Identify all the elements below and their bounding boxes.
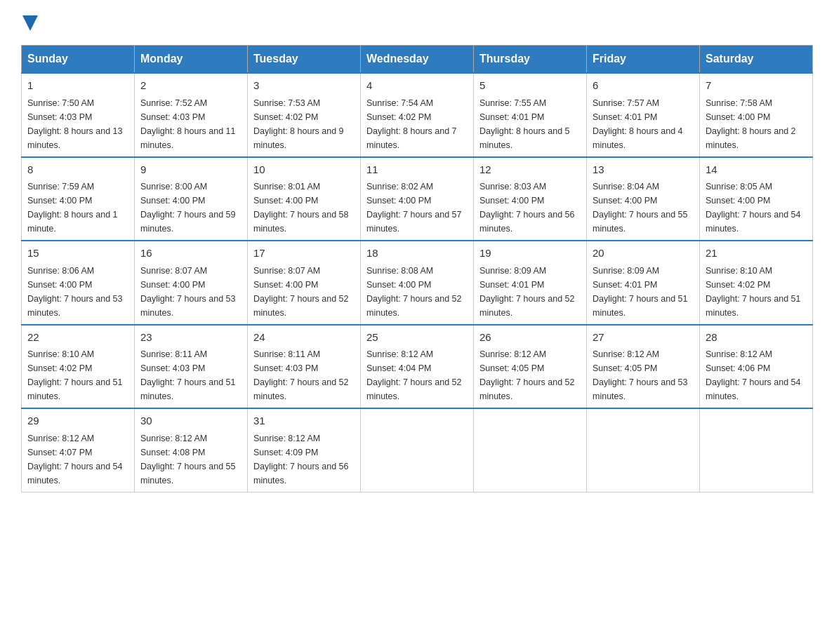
- day-cell: 5 Sunrise: 7:55 AMSunset: 4:01 PMDayligh…: [474, 73, 587, 157]
- day-cell: 30 Sunrise: 8:12 AMSunset: 4:08 PMDaylig…: [135, 408, 248, 492]
- day-info: Sunrise: 8:12 AMSunset: 4:07 PMDaylight:…: [27, 434, 123, 485]
- day-cell: 3 Sunrise: 7:53 AMSunset: 4:02 PMDayligh…: [248, 73, 361, 157]
- week-row-4: 22 Sunrise: 8:10 AMSunset: 4:02 PMDaylig…: [22, 325, 813, 409]
- day-number: 1: [27, 78, 128, 94]
- day-cell: 6 Sunrise: 7:57 AMSunset: 4:01 PMDayligh…: [587, 73, 700, 157]
- day-cell: 12 Sunrise: 8:03 AMSunset: 4:00 PMDaylig…: [474, 157, 587, 241]
- day-info: Sunrise: 8:00 AMSunset: 4:00 PMDaylight:…: [140, 182, 236, 234]
- day-info: Sunrise: 8:07 AMSunset: 4:00 PMDaylight:…: [140, 266, 236, 318]
- day-cell: 31 Sunrise: 8:12 AMSunset: 4:09 PMDaylig…: [248, 408, 361, 492]
- day-cell: 14 Sunrise: 8:05 AMSunset: 4:00 PMDaylig…: [700, 157, 813, 241]
- day-cell: 16 Sunrise: 8:07 AMSunset: 4:00 PMDaylig…: [135, 241, 248, 325]
- column-header-friday: Friday: [587, 46, 700, 74]
- day-number: 4: [366, 78, 468, 94]
- day-cell: 2 Sunrise: 7:52 AMSunset: 4:03 PMDayligh…: [135, 73, 248, 157]
- week-row-1: 1 Sunrise: 7:50 AMSunset: 4:03 PMDayligh…: [22, 73, 813, 157]
- day-number: 13: [593, 162, 694, 178]
- calendar-table: SundayMondayTuesdayWednesdayThursdayFrid…: [21, 45, 813, 492]
- day-cell: 22 Sunrise: 8:10 AMSunset: 4:02 PMDaylig…: [22, 325, 135, 409]
- day-cell: 4 Sunrise: 7:54 AMSunset: 4:02 PMDayligh…: [361, 73, 474, 157]
- day-number: 12: [479, 162, 581, 178]
- day-number: 11: [366, 162, 468, 178]
- day-cell: 21 Sunrise: 8:10 AMSunset: 4:02 PMDaylig…: [700, 241, 813, 325]
- day-info: Sunrise: 8:12 AMSunset: 4:05 PMDaylight:…: [479, 349, 575, 401]
- day-number: 9: [140, 162, 241, 178]
- svg-marker-0: [22, 15, 38, 31]
- day-info: Sunrise: 8:06 AMSunset: 4:00 PMDaylight:…: [27, 266, 123, 318]
- day-info: Sunrise: 8:12 AMSunset: 4:04 PMDaylight:…: [366, 349, 462, 401]
- day-info: Sunrise: 8:11 AMSunset: 4:03 PMDaylight:…: [140, 349, 236, 401]
- day-number: 18: [366, 246, 468, 262]
- day-cell: 1 Sunrise: 7:50 AMSunset: 4:03 PMDayligh…: [22, 73, 135, 157]
- day-cell: 18 Sunrise: 8:08 AMSunset: 4:00 PMDaylig…: [361, 241, 474, 325]
- day-number: 3: [253, 78, 355, 94]
- day-cell: [474, 408, 587, 492]
- column-header-wednesday: Wednesday: [361, 46, 474, 74]
- week-row-3: 15 Sunrise: 8:06 AMSunset: 4:00 PMDaylig…: [22, 241, 813, 325]
- header-row: SundayMondayTuesdayWednesdayThursdayFrid…: [22, 46, 813, 74]
- day-cell: [361, 408, 474, 492]
- day-info: Sunrise: 8:12 AMSunset: 4:09 PMDaylight:…: [253, 434, 349, 485]
- day-info: Sunrise: 8:10 AMSunset: 4:02 PMDaylight:…: [27, 349, 123, 401]
- day-number: 20: [593, 246, 694, 262]
- column-header-thursday: Thursday: [474, 46, 587, 74]
- day-cell: 19 Sunrise: 8:09 AMSunset: 4:01 PMDaylig…: [474, 241, 587, 325]
- day-number: 29: [27, 413, 128, 429]
- day-cell: 23 Sunrise: 8:11 AMSunset: 4:03 PMDaylig…: [135, 325, 248, 409]
- day-number: 31: [253, 413, 355, 429]
- logo: [21, 14, 38, 31]
- day-cell: 25 Sunrise: 8:12 AMSunset: 4:04 PMDaylig…: [361, 325, 474, 409]
- day-info: Sunrise: 8:03 AMSunset: 4:00 PMDaylight:…: [479, 182, 575, 234]
- day-cell: 7 Sunrise: 7:58 AMSunset: 4:00 PMDayligh…: [700, 73, 813, 157]
- day-info: Sunrise: 8:09 AMSunset: 4:01 PMDaylight:…: [593, 266, 688, 318]
- column-header-saturday: Saturday: [700, 46, 813, 74]
- day-info: Sunrise: 7:59 AMSunset: 4:00 PMDaylight:…: [27, 182, 118, 234]
- day-cell: 24 Sunrise: 8:11 AMSunset: 4:03 PMDaylig…: [248, 325, 361, 409]
- day-info: Sunrise: 8:01 AMSunset: 4:00 PMDaylight:…: [253, 182, 349, 234]
- day-number: 6: [593, 78, 694, 94]
- day-info: Sunrise: 8:11 AMSunset: 4:03 PMDaylight:…: [253, 349, 349, 401]
- day-info: Sunrise: 7:54 AMSunset: 4:02 PMDaylight:…: [366, 98, 457, 150]
- day-number: 8: [27, 162, 128, 178]
- day-number: 28: [706, 330, 807, 346]
- day-info: Sunrise: 7:57 AMSunset: 4:01 PMDaylight:…: [593, 98, 683, 150]
- day-cell: 20 Sunrise: 8:09 AMSunset: 4:01 PMDaylig…: [587, 241, 700, 325]
- day-number: 25: [366, 330, 468, 346]
- day-info: Sunrise: 8:08 AMSunset: 4:00 PMDaylight:…: [366, 266, 462, 318]
- day-info: Sunrise: 7:50 AMSunset: 4:03 PMDaylight:…: [27, 98, 123, 150]
- day-info: Sunrise: 8:12 AMSunset: 4:08 PMDaylight:…: [140, 434, 236, 485]
- logo-triangle-icon: [22, 15, 38, 31]
- day-info: Sunrise: 7:55 AMSunset: 4:01 PMDaylight:…: [479, 98, 570, 150]
- day-info: Sunrise: 8:05 AMSunset: 4:00 PMDaylight:…: [706, 182, 801, 234]
- day-number: 16: [140, 246, 241, 262]
- week-row-5: 29 Sunrise: 8:12 AMSunset: 4:07 PMDaylig…: [22, 408, 813, 492]
- day-info: Sunrise: 8:12 AMSunset: 4:06 PMDaylight:…: [706, 349, 801, 401]
- day-number: 2: [140, 78, 241, 94]
- day-number: 10: [253, 162, 355, 178]
- day-cell: 15 Sunrise: 8:06 AMSunset: 4:00 PMDaylig…: [22, 241, 135, 325]
- day-info: Sunrise: 7:58 AMSunset: 4:00 PMDaylight:…: [706, 98, 796, 150]
- page-header: [21, 14, 813, 31]
- day-number: 22: [27, 330, 128, 346]
- day-cell: 26 Sunrise: 8:12 AMSunset: 4:05 PMDaylig…: [474, 325, 587, 409]
- day-info: Sunrise: 8:10 AMSunset: 4:02 PMDaylight:…: [706, 266, 801, 318]
- day-cell: 8 Sunrise: 7:59 AMSunset: 4:00 PMDayligh…: [22, 157, 135, 241]
- day-info: Sunrise: 8:04 AMSunset: 4:00 PMDaylight:…: [593, 182, 688, 234]
- day-number: 27: [593, 330, 694, 346]
- day-cell: 13 Sunrise: 8:04 AMSunset: 4:00 PMDaylig…: [587, 157, 700, 241]
- day-cell: 9 Sunrise: 8:00 AMSunset: 4:00 PMDayligh…: [135, 157, 248, 241]
- day-number: 5: [479, 78, 581, 94]
- day-info: Sunrise: 8:07 AMSunset: 4:00 PMDaylight:…: [253, 266, 349, 318]
- day-number: 19: [479, 246, 581, 262]
- day-cell: 10 Sunrise: 8:01 AMSunset: 4:00 PMDaylig…: [248, 157, 361, 241]
- day-number: 26: [479, 330, 581, 346]
- day-info: Sunrise: 7:52 AMSunset: 4:03 PMDaylight:…: [140, 98, 236, 150]
- column-header-monday: Monday: [135, 46, 248, 74]
- day-cell: 28 Sunrise: 8:12 AMSunset: 4:06 PMDaylig…: [700, 325, 813, 409]
- day-number: 30: [140, 413, 241, 429]
- day-cell: [587, 408, 700, 492]
- day-info: Sunrise: 8:09 AMSunset: 4:01 PMDaylight:…: [479, 266, 575, 318]
- day-number: 24: [253, 330, 355, 346]
- day-number: 23: [140, 330, 241, 346]
- week-row-2: 8 Sunrise: 7:59 AMSunset: 4:00 PMDayligh…: [22, 157, 813, 241]
